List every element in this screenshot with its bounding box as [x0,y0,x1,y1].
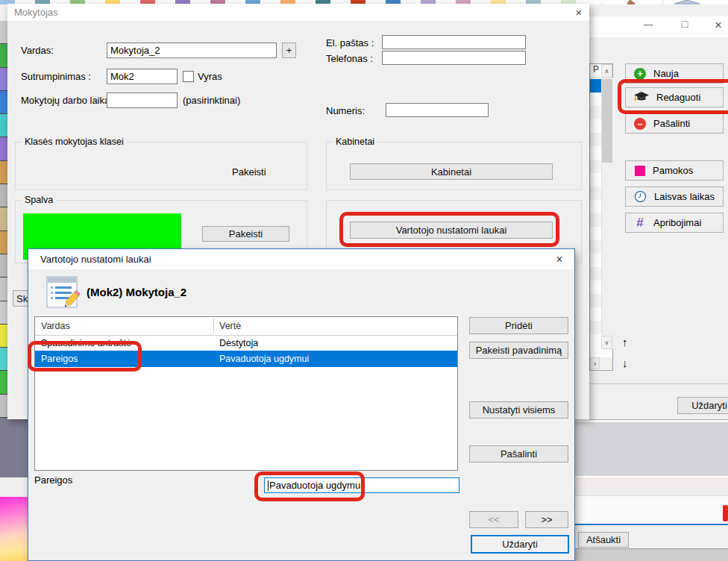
name-label: Vardas: [21,45,54,56]
constraints-button-label: Apribojimai [653,217,701,228]
free-time-button[interactable]: Laisvas laikas [625,187,724,207]
custom-fields-table[interactable]: Vardas Vertė Spausdinimo antraštė Dėstyt… [34,316,458,471]
constraints-button[interactable]: # Apribojimai [625,213,724,233]
marker-fragment [723,505,728,521]
graduation-cap-icon [634,92,649,104]
teacher-dialog-titlebar[interactable]: Mokytojas × [7,4,589,21]
custom-dialog-titlebar[interactable]: Vartotojo nustatomi laukai × [28,249,574,269]
cell-value[interactable]: Pavaduotoja ugdymui [219,354,309,364]
abbr-input[interactable]: Mok2 [107,69,178,84]
close-icon[interactable]: × [568,6,589,19]
minimize-icon[interactable]: — [638,19,659,34]
dialog-close-button[interactable]: Uždaryti [471,535,569,554]
custom-dialog-title: Vartotojo nustatomi laukai [40,254,151,265]
add-field-button[interactable]: Pridėti [469,317,568,334]
male-label: Vyras [198,71,222,82]
edit-button[interactable]: Redaguoti [625,87,724,107]
male-checkbox[interactable] [183,71,194,82]
list-close-button[interactable]: Uždaryti [677,397,728,414]
teacher-list[interactable]: P ∧ ∨ › [589,63,613,371]
scroll-down-icon[interactable]: ∨ [601,336,612,349]
rename-field-button[interactable]: Pakeisti pavadinimą [469,342,568,359]
move-up-button[interactable]: ↑ [622,336,634,351]
background-band-gray [575,422,728,477]
edit-button-label: Redaguoti [656,92,700,103]
prev-button[interactable]: << [469,511,518,528]
close-icon[interactable]: × [549,253,570,266]
email-label: El. paštas : [326,37,374,48]
worktime-label: Mokytojų darbo laikas [21,95,115,106]
table-row-selected[interactable]: Pareigos Pavaduotoja ugdymui [35,351,457,367]
field-label: Pareigos [34,474,72,486]
delete-button-label: Pašalinti [653,118,690,129]
set-all-button[interactable]: Nustatyti visiems [469,401,568,419]
close-icon[interactable]: × [709,18,728,33]
worktime-input[interactable] [107,93,178,108]
cancel-button[interactable]: Atšaukti [578,532,629,548]
field-value-input[interactable]: Pavaduotoja ugdymui [264,477,459,493]
abbr-label: Sutrumpinimas : [21,71,91,82]
lessons-button[interactable]: Pamokos [625,160,724,181]
color-group-label: Spalva [22,195,56,205]
custom-fields-dialog: Vartotojo nustatomi laukai × (Mok2) Moky… [28,248,575,561]
background-band-dark [575,549,728,561]
cell-name[interactable]: Pareigos [41,354,78,364]
table-header[interactable]: Vardas Vertė [35,317,457,336]
name-input[interactable]: Mokytoja_2 [107,43,277,58]
color-change-button[interactable]: Pakeisti [202,226,289,242]
next-button[interactable]: >> [525,511,568,528]
list-selected-row[interactable] [590,79,601,93]
column-divider[interactable] [213,319,214,334]
class-teacher-group-label: Klasės mokytojas klasei [22,137,127,147]
new-button[interactable]: + Nauja [625,63,724,84]
hscrollbar-track[interactable] [600,357,612,369]
column-header-value[interactable]: Vertė [219,321,241,331]
custom-fields-button[interactable]: Vartotojo nustatomi laukai [350,222,553,239]
class-teacher-change-button[interactable]: Pakeisti [232,166,266,178]
rooms-group-label: Kabinetai [333,137,377,147]
number-input[interactable] [386,103,489,117]
main-window-titlebar: — □ × [589,16,728,37]
number-label: Numeris: [326,105,365,116]
class-teacher-group: Klasės mokytojas klasei Pakeisti [15,142,307,190]
teacher-dialog-title: Mokytojas [14,7,58,18]
notepad-pencil-icon [46,275,81,312]
screen: — □ × P ∧ ∨ › ↑ ↓ Uždaryti + Nauja [0,0,728,561]
optional-label: (pasirinktinai) [183,95,240,106]
separator [589,383,728,384]
background-panel-slate [0,418,28,477]
timetable-edge-column [0,21,7,418]
scroll-up-icon[interactable]: ∧ [601,64,612,78]
move-down-button[interactable]: ↓ [622,357,634,372]
add-name-button[interactable]: + [282,43,296,58]
rooms-button[interactable]: Kabinetai [350,163,553,180]
cell-name[interactable]: Spausdinimo antraštė [41,338,131,348]
lessons-square-icon [635,166,645,176]
phone-input[interactable] [382,51,526,65]
scroll-right-icon[interactable]: › [590,357,600,369]
remove-field-button[interactable]: Pašalinti [469,445,568,463]
background-panel-light [0,477,28,497]
free-time-button-label: Laisvas laikas [654,191,715,202]
cell-value[interactable]: Dėstytoja [219,338,258,348]
maximize-icon[interactable]: □ [675,18,694,33]
column-header-name[interactable]: Vardas [41,321,70,331]
background-band-pink [575,477,728,496]
rooms-group: Kabinetai Kabinetai [326,142,582,190]
custom-dialog-header: (Mok2) Mokytoja_2 [87,286,186,298]
list-rows[interactable] [590,93,601,339]
delete-button[interactable]: – Pašalinti [625,113,724,134]
scrollbar-thumb[interactable] [602,79,612,163]
text-caret [268,480,269,491]
hash-icon: # [634,216,646,231]
email-input[interactable] [382,35,526,49]
clock-icon [634,190,647,203]
minus-circle-icon: – [634,118,646,130]
lessons-button-label: Pamokos [653,165,693,176]
background-band-light [575,496,728,524]
new-button-label: Nauja [653,68,679,79]
field-value-text: Pavaduotoja ugdymui [269,480,363,491]
color-gradient-panel [0,497,28,561]
plus-circle-icon: + [634,68,646,80]
table-row[interactable]: Spausdinimo antraštė Dėstytoja [35,336,457,351]
